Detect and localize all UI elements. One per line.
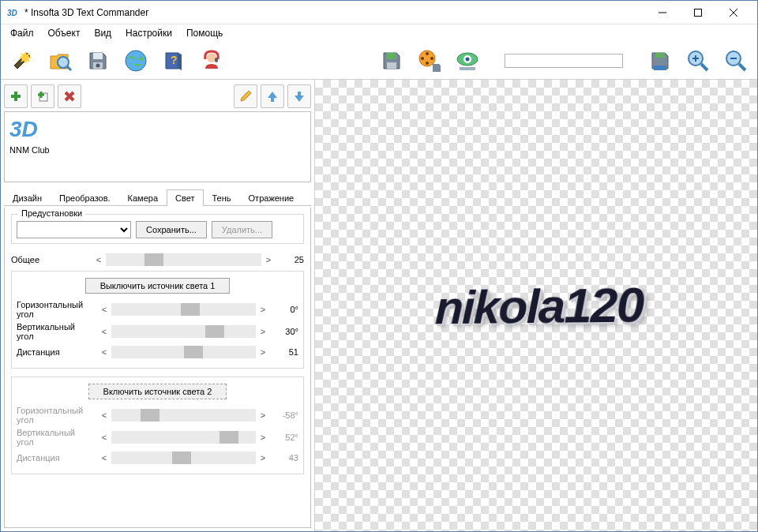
svg-point-20 <box>430 57 433 60</box>
app-window: 3D * Insofta 3D Text Commander Файл Объе… <box>0 0 758 532</box>
l1-d-inc[interactable]: > <box>257 347 268 357</box>
export-anim-gif-button[interactable] <box>644 44 677 77</box>
light2-dist-value: 43 <box>273 453 298 463</box>
light1-vangle-label: Вертикальный угол <box>17 322 94 341</box>
main-area: 3D NNM Club Дизайн Преобразов. Камера Св… <box>1 80 757 531</box>
menu-settings[interactable]: Настройки <box>119 26 178 40</box>
delete-layer-button[interactable] <box>58 84 81 108</box>
export-image-button[interactable] <box>375 44 408 77</box>
l1-d-slider[interactable] <box>111 346 256 358</box>
export-animation-button[interactable] <box>413 44 446 77</box>
window-title: * Insofta 3D Text Commander <box>24 7 644 18</box>
tab-design[interactable]: Дизайн <box>4 189 51 206</box>
menu-help[interactable]: Помощь <box>180 26 229 40</box>
main-toolbar: ? <box>1 42 757 80</box>
l2-d-inc[interactable]: > <box>257 453 268 463</box>
l2-v-slider[interactable] <box>111 431 256 444</box>
svg-line-30 <box>701 64 707 70</box>
svg-marker-45 <box>295 92 304 102</box>
globe-button[interactable] <box>119 44 152 77</box>
maximize-button[interactable] <box>680 2 715 24</box>
menu-object[interactable]: Объект <box>42 26 87 40</box>
add-layer-button[interactable] <box>4 84 28 108</box>
common-slider[interactable] <box>106 253 261 266</box>
svg-rect-9 <box>93 53 103 59</box>
svg-point-22 <box>421 57 424 60</box>
svg-point-12 <box>126 51 146 71</box>
menu-view[interactable]: Вид <box>88 26 118 40</box>
zoom-in-button[interactable] <box>681 44 715 77</box>
l2-h-dec[interactable]: < <box>99 410 110 420</box>
open-button[interactable] <box>43 44 77 77</box>
left-panel: 3D NNM Club Дизайн Преобразов. Камера Св… <box>1 80 315 531</box>
l1-h-slider[interactable] <box>111 303 256 316</box>
rendered-3d-text: nikola120 <box>434 275 644 334</box>
presets-title: Предустановки <box>18 208 85 218</box>
titlebar: 3D * Insofta 3D Text Commander <box>1 1 757 24</box>
svg-marker-44 <box>268 92 277 102</box>
common-value: 25 <box>279 255 304 264</box>
svg-rect-17 <box>387 62 396 69</box>
light2-hangle-value: -58° <box>273 410 298 420</box>
close-button[interactable] <box>715 2 751 24</box>
svg-marker-6 <box>19 51 32 64</box>
l1-h-dec[interactable]: < <box>99 305 110 314</box>
l1-v-dec[interactable]: < <box>99 327 110 336</box>
svg-line-34 <box>739 64 745 70</box>
light1-dist-value: 51 <box>273 347 298 357</box>
tab-camera[interactable]: Камера <box>119 189 167 206</box>
l1-v-slider[interactable] <box>111 325 256 338</box>
app-icon: 3D <box>7 6 20 19</box>
help-book-button[interactable]: ? <box>157 44 190 77</box>
preset-save-button[interactable]: Сохранить... <box>136 221 207 238</box>
zoom-out-button[interactable] <box>719 44 752 77</box>
menu-file[interactable]: Файл <box>4 26 40 40</box>
l1-h-inc[interactable]: > <box>257 305 268 314</box>
common-inc[interactable]: > <box>263 255 274 264</box>
svg-point-25 <box>466 57 470 61</box>
l2-h-inc[interactable]: > <box>257 410 268 420</box>
l2-v-inc[interactable]: > <box>257 433 268 442</box>
tab-light[interactable]: Свет <box>167 189 203 206</box>
tab-shadow[interactable]: Тень <box>204 189 240 206</box>
menubar: Файл Объект Вид Настройки Помощь <box>1 24 757 42</box>
layer-preview[interactable]: 3D NNM Club <box>4 111 311 182</box>
l2-h-slider[interactable] <box>111 409 256 421</box>
support-button[interactable] <box>195 44 228 77</box>
svg-rect-27 <box>655 53 665 58</box>
preset-select[interactable] <box>17 221 131 238</box>
minimize-button[interactable] <box>644 2 680 24</box>
duplicate-layer-button[interactable] <box>31 84 54 108</box>
svg-rect-16 <box>387 53 396 59</box>
tab-reflection[interactable]: Отражение <box>240 189 303 206</box>
common-slider-row: Общее < > 25 <box>11 252 304 268</box>
l2-v-dec[interactable]: < <box>99 433 110 442</box>
l1-d-dec[interactable]: < <box>99 347 110 357</box>
l2-d-dec[interactable]: < <box>99 453 110 463</box>
canvas[interactable]: nikola120 <box>315 80 757 531</box>
svg-text:?: ? <box>171 54 178 66</box>
l1-v-inc[interactable]: > <box>257 327 268 336</box>
layer-toolbar <box>4 83 311 110</box>
preset-delete-button[interactable]: Удалить... <box>212 221 272 238</box>
svg-point-11 <box>96 63 100 67</box>
wizard-button[interactable] <box>6 44 39 77</box>
save-button[interactable] <box>81 44 114 77</box>
common-dec[interactable]: < <box>93 255 104 264</box>
light1-toggle-button[interactable]: Выключить источник света 1 <box>85 278 231 294</box>
svg-rect-15 <box>215 58 218 62</box>
light1-hangle-label: Горизонтальный угол <box>17 300 94 319</box>
light2-toggle-button[interactable]: Включить источник света 2 <box>88 384 227 399</box>
move-up-button[interactable] <box>261 84 284 108</box>
preview-3d-text: 3D <box>9 117 306 142</box>
move-down-button[interactable] <box>287 84 311 108</box>
tab-transform[interactable]: Преобразов. <box>51 189 119 206</box>
svg-point-21 <box>426 62 429 65</box>
svg-marker-43 <box>241 91 251 101</box>
light1-group: Выключить источник света 1 Горизонтальны… <box>11 271 304 369</box>
l2-d-slider[interactable] <box>111 451 256 464</box>
svg-line-8 <box>67 66 71 70</box>
preview-button[interactable] <box>451 44 484 77</box>
tab-content-light: Предустановки Сохранить... Удалить... Об… <box>4 208 311 528</box>
edit-layer-button[interactable] <box>234 84 257 108</box>
